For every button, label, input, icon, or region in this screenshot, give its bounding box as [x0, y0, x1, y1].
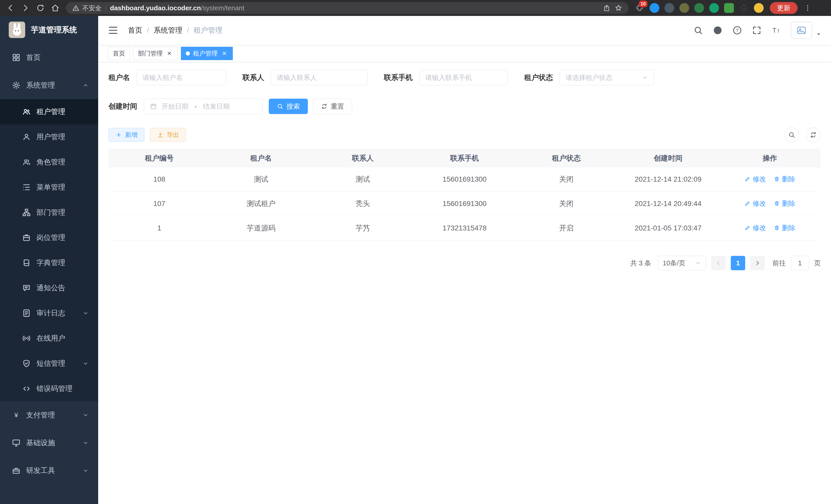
chevron-down-icon[interactable]: [815, 31, 822, 37]
chevron-down-icon: [82, 412, 89, 418]
cell-tenant-id: 107: [109, 191, 210, 216]
sidebar-menu: 首页系统管理租户管理用户管理角色管理菜单管理部门管理岗位管理字典管理通知公告审计…: [0, 44, 98, 484]
sidebar-item-dept[interactable]: 部门管理: [0, 200, 98, 225]
sidebar-logo[interactable]: 芋道管理系统: [0, 16, 98, 44]
address-bar[interactable]: 不安全 dashboard.yudao.iocoder.cn /system/t…: [66, 2, 629, 14]
breadcrumb-item[interactable]: 系统管理: [154, 25, 182, 35]
share-icon[interactable]: [603, 4, 610, 12]
extension-icon[interactable]: [709, 3, 719, 13]
edit-button[interactable]: 修改: [744, 224, 766, 233]
filter-status: 租户状态 请选择租户状态: [524, 70, 654, 85]
sidebar-item-infra[interactable]: 基础设施: [0, 429, 98, 457]
tag-部门管理[interactable]: 部门管理×: [133, 47, 178, 60]
goto-page-input[interactable]: [791, 256, 809, 270]
extension-icon[interactable]: [694, 3, 704, 13]
edit-button[interactable]: 修改: [744, 175, 766, 184]
extension-icon[interactable]: [679, 3, 689, 13]
delete-button[interactable]: 删除: [774, 175, 795, 184]
sidebar-item-tenant[interactable]: 租户管理: [0, 99, 98, 124]
extension-icon[interactable]: [650, 3, 659, 13]
help-icon[interactable]: ?: [732, 25, 742, 35]
page-number-button[interactable]: 1: [731, 256, 745, 270]
toggle-search-button[interactable]: [784, 127, 799, 142]
fullscreen-icon[interactable]: [752, 25, 762, 35]
date-range-picker[interactable]: 开始日期 - 结束日期: [144, 99, 263, 114]
tags-bar: 首页部门管理×租户管理×: [98, 45, 831, 62]
sidebar-item-sms[interactable]: 短信管理: [0, 351, 98, 376]
delete-button[interactable]: 删除: [774, 224, 795, 233]
sidebar-item-system[interactable]: 系统管理: [0, 71, 98, 99]
tag-租户管理[interactable]: 租户管理×: [181, 47, 233, 60]
edit-icon: [744, 176, 751, 182]
browser-reload-button[interactable]: [36, 4, 45, 12]
sidebar-item-post[interactable]: 岗位管理: [0, 225, 98, 250]
sidebar-item-user[interactable]: 用户管理: [0, 124, 98, 149]
sidebar-item-notice[interactable]: 通知公告: [0, 275, 98, 301]
page-size-select[interactable]: 10条/页: [658, 256, 706, 270]
browser-home-button[interactable]: [51, 4, 60, 12]
sidebar-item-online[interactable]: 在线用户: [0, 326, 98, 351]
breadcrumb-item[interactable]: 首页: [128, 25, 142, 35]
search-button[interactable]: 搜索: [269, 99, 308, 114]
create-time-label: 创建时间: [109, 101, 137, 111]
extension-badge: 10: [639, 1, 648, 7]
trash-icon: [774, 200, 780, 207]
extension-icon[interactable]: [739, 3, 749, 13]
browser-update-button[interactable]: 更新: [770, 2, 798, 14]
sidebar: 芋道管理系统 首页系统管理租户管理用户管理角色管理菜单管理部门管理岗位管理字典管…: [0, 16, 98, 504]
chevron-down-icon: [82, 360, 89, 367]
sidebar-item-devtool[interactable]: 研发工具: [0, 457, 98, 484]
edit-button[interactable]: 修改: [744, 199, 766, 208]
delete-button[interactable]: 删除: [774, 199, 795, 208]
next-page-button[interactable]: [750, 256, 765, 270]
sidebar-item-menu[interactable]: 菜单管理: [0, 175, 98, 200]
breadcrumb-separator: /: [147, 26, 149, 34]
browser-forward-button[interactable]: [21, 4, 30, 12]
table-tool-icons: [784, 127, 821, 142]
reset-button[interactable]: 重置: [313, 99, 352, 114]
browser-back-button[interactable]: [6, 4, 15, 12]
status-label: 租户状态: [524, 73, 553, 83]
export-button[interactable]: 导出: [150, 128, 186, 142]
tenant-name-input[interactable]: [137, 70, 226, 85]
close-icon[interactable]: ×: [166, 50, 173, 57]
hamburger-icon[interactable]: [107, 25, 119, 36]
mobile-input[interactable]: [419, 70, 508, 85]
extension-icon[interactable]: [754, 3, 764, 13]
column-header: 联系手机: [414, 149, 515, 167]
bookmark-star-icon[interactable]: [614, 4, 622, 12]
svg-text:T: T: [777, 29, 780, 33]
contact-input[interactable]: [271, 70, 368, 85]
browser-menu-icon[interactable]: [804, 4, 811, 12]
extension-icon[interactable]: [664, 3, 674, 13]
tenant-status-select[interactable]: 请选择租户状态: [560, 70, 654, 85]
tag-首页[interactable]: 首页: [108, 47, 130, 60]
close-icon[interactable]: ×: [221, 50, 228, 57]
prev-page-button[interactable]: [711, 256, 726, 270]
svg-text:?: ?: [736, 28, 739, 33]
sidebar-item-dict[interactable]: 字典管理: [0, 250, 98, 275]
refresh-table-button[interactable]: [806, 127, 821, 142]
sidebar-item-audit[interactable]: 审计日志: [0, 301, 98, 326]
user-avatar[interactable]: [791, 22, 812, 39]
cell-contact: 秃头: [312, 191, 414, 216]
extension-icon[interactable]: 10: [635, 3, 644, 13]
search-icon[interactable]: [693, 25, 703, 35]
sidebar-item-errcode[interactable]: 错误码管理: [0, 376, 98, 401]
dept-icon: [22, 208, 31, 217]
sidebar-item-role[interactable]: 角色管理: [0, 149, 98, 175]
menu-list-icon: [22, 183, 31, 191]
github-icon[interactable]: [713, 25, 722, 35]
tenant-icon: [22, 108, 31, 116]
table-row: 1芋道源码芋艿17321315478开启2021-01-05 17:03:47修…: [109, 216, 821, 240]
add-button[interactable]: 新增: [109, 128, 144, 142]
tenant-table-body: 108测试测试15601691300关闭2021-12-14 21:02:09修…: [109, 167, 821, 240]
dict-icon: [22, 259, 31, 267]
sidebar-item-pay[interactable]: ¥支付管理: [0, 401, 98, 429]
svg-text:¥: ¥: [14, 412, 18, 419]
security-chip[interactable]: 不安全: [72, 4, 102, 12]
font-size-icon[interactable]: TT: [771, 25, 781, 35]
sidebar-item-home[interactable]: 首页: [0, 44, 98, 71]
filter-tenant-name: 租户名: [109, 70, 226, 85]
extension-icon[interactable]: [724, 3, 734, 13]
